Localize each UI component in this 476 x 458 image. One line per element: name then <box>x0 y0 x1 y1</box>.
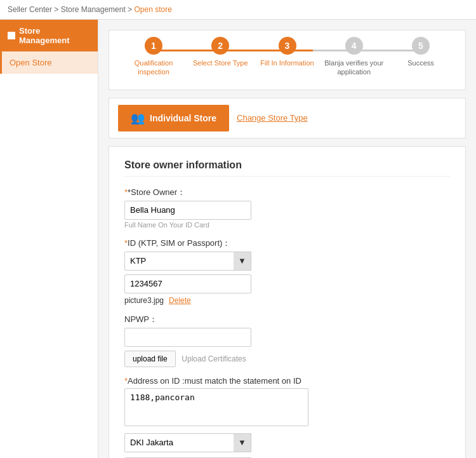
store-owner-hint: Full Name On Your ID Card <box>124 221 450 229</box>
id-number-input[interactable] <box>124 274 251 293</box>
step-label-1: Qualification inspection <box>122 58 185 77</box>
upload-certificates-button[interactable]: Upload Certificates <box>182 354 246 363</box>
npwp-label: NPWP： <box>124 314 450 325</box>
store-owner-input[interactable] <box>124 201 251 220</box>
step-circle-2: 2 <box>211 37 229 55</box>
step-3: 3 Fill In Information <box>256 37 319 67</box>
sidebar-title: Store Management <box>19 26 90 45</box>
province-select[interactable]: DKI Jakarta <box>124 433 251 452</box>
address-textarea[interactable]: 1188,pancoran <box>124 388 308 426</box>
breadcrumb: Seller Center > Store Management > Open … <box>0 0 476 20</box>
people-icon: 👥 <box>131 111 145 125</box>
store-owner-group: **Store Owner： Full Name On Your ID Card <box>124 187 450 229</box>
id-type-group: *ID (KTP, SIM or Passport)： KTP SIM Pass… <box>124 238 450 305</box>
sidebar-icon <box>8 32 15 39</box>
id-type-select[interactable]: KTP SIM Passport <box>124 252 251 271</box>
sidebar: Store Management Open Store <box>0 20 98 458</box>
step-4: 4 Blanja verifies your application <box>322 37 386 77</box>
npwp-group: NPWP： upload file Upload Certificates <box>124 314 450 367</box>
address-group: *Address on ID :must match the statement… <box>124 376 450 458</box>
step-circle-5: 5 <box>412 37 430 55</box>
step-2: 2 Select Store Type <box>188 37 252 67</box>
breadcrumb-current: Open store <box>134 5 171 14</box>
step-circle-4: 4 <box>345 37 363 55</box>
form-title: Store owner information <box>124 159 450 177</box>
address-selects: DKI Jakarta ▼ DKI Jakarta ▼ Ja <box>124 433 450 458</box>
step-circle-3: 3 <box>279 37 296 55</box>
step-1: 1 Qualification inspection <box>122 37 185 77</box>
id-type-select-wrapper: KTP SIM Passport ▼ <box>124 252 251 271</box>
province-select-wrapper: DKI Jakarta ▼ <box>124 433 251 452</box>
sidebar-item-open-store[interactable]: Open Store <box>0 51 98 74</box>
step-label-5: Success <box>407 58 434 67</box>
file-name: picture3.jpg <box>124 296 164 305</box>
store-type-bar: 👥 Individual Store Change Store Type <box>109 98 466 138</box>
store-type-btn-label: Individual Store <box>150 113 216 123</box>
progress-steps: 1 Qualification inspection 2 Select Stor… <box>109 30 466 90</box>
sidebar-header: Store Management <box>0 20 98 51</box>
individual-store-button[interactable]: 👥 Individual Store <box>118 105 229 131</box>
store-owner-label: **Store Owner： <box>124 187 450 198</box>
step-label-2: Select Store Type <box>193 58 248 67</box>
step-label-4: Blanja verifies your application <box>322 58 386 77</box>
npwp-input[interactable] <box>124 328 251 347</box>
step-circle-1: 1 <box>145 37 162 55</box>
store-owner-form: Store owner information **Store Owner： F… <box>109 146 466 458</box>
sidebar-item-label: Open Store <box>10 58 52 67</box>
main-content: 1 Qualification inspection 2 Select Stor… <box>98 20 476 458</box>
step-label-3: Fill In Information <box>260 58 314 67</box>
id-label: *ID (KTP, SIM or Passport)： <box>124 238 450 249</box>
file-delete-link[interactable]: Delete <box>169 296 191 305</box>
address-label: *Address on ID :must match the statement… <box>124 376 450 386</box>
change-store-type-link[interactable]: Change Store Type <box>237 113 308 123</box>
upload-file-button[interactable]: upload file <box>124 351 176 367</box>
file-info: picture3.jpg Delete <box>124 296 450 305</box>
step-5: 5 Success <box>389 37 453 67</box>
